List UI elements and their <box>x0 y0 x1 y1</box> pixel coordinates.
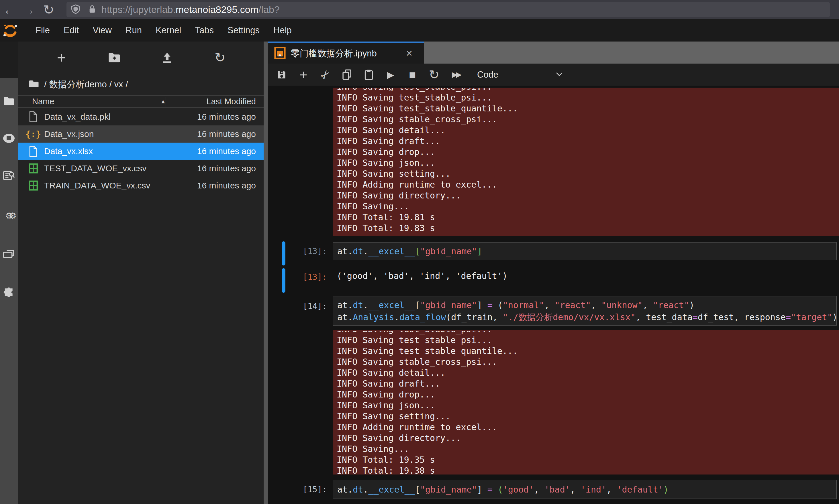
browser-forward-button[interactable]: → <box>21 2 37 18</box>
url-bar[interactable]: https://jupyterlab.metanoia8295.com/lab? <box>67 2 830 17</box>
tab-title: 零门槛数据分析.ipynb <box>291 48 377 59</box>
file-modified: 16 minutes ago <box>197 181 256 191</box>
code-line: at.dt.__excel__["gbid_name"] <box>337 246 832 256</box>
run-icon[interactable]: ▶ <box>380 66 401 83</box>
menu-items: File Edit View Run Kernel Tabs Settings … <box>29 25 299 36</box>
file-icon <box>28 111 38 123</box>
upload-icon[interactable] <box>157 48 177 68</box>
browser-toolbar: ← → ↻ https://jupyterlab.metanoia8295.co… <box>0 0 839 19</box>
running-kernels-icon[interactable] <box>0 130 18 147</box>
home-folder-icon[interactable] <box>29 80 39 89</box>
sort-ascending-icon[interactable]: ▲ <box>160 98 166 105</box>
column-last-modified[interactable]: Last Modified <box>207 97 256 106</box>
menu-kernel[interactable]: Kernel <box>149 25 188 36</box>
file-name: TRAIN_DATA_WOE_vx.csv <box>44 181 151 191</box>
file-row-json[interactable]: {:} Data_vx.json 16 minutes ago <box>18 125 264 143</box>
copy-icon[interactable] <box>336 66 358 83</box>
property-inspector-icon[interactable] <box>0 167 18 184</box>
input-prompt: [13]: <box>268 247 327 256</box>
file-row-pkl[interactable]: Data_vx_data.pkl 16 minutes ago <box>18 108 264 125</box>
file-name: Data_vx.xlsx <box>44 146 93 156</box>
clipped-log-line: INFO Saving test_stable_psi... <box>337 331 839 335</box>
menu-help[interactable]: Help <box>266 25 299 36</box>
chevron-down-icon[interactable] <box>556 72 563 78</box>
stderr-output-block: INFO Saving test_stable_psi... INFO Savi… <box>333 330 839 474</box>
code-cell-13-input[interactable]: at.dt.__excel__["gbid_name"] <box>333 242 837 260</box>
notebook-panel: 零门槛数据分析.ipynb × + ✂ ▶ ■ ↻ ▶▶ Code <box>268 41 839 504</box>
open-tabs-icon[interactable] <box>0 246 18 263</box>
add-cell-icon[interactable]: + <box>293 66 314 83</box>
url-text: https://jupyterlab.metanoia8295.com/lab? <box>102 4 280 15</box>
breadcrumb[interactable]: / 数据分析demo / vx / <box>18 74 264 95</box>
save-icon[interactable] <box>271 66 293 83</box>
activity-bar: ⚙⚙ <box>0 41 18 504</box>
menu-file[interactable]: File <box>29 25 57 36</box>
clipped-log-line: INFO Saving test_stable_psi... <box>337 88 839 92</box>
menu-settings[interactable]: Settings <box>221 25 266 36</box>
tab-bar: 零门槛数据分析.ipynb × <box>268 41 839 64</box>
log-lines: INFO Saving test_stable_psi...INFO Savin… <box>337 92 839 234</box>
cell-type-dropdown[interactable]: Code <box>477 70 498 80</box>
input-prompt: [14]: <box>268 302 327 311</box>
url-divider <box>84 5 84 14</box>
menu-tabs[interactable]: Tabs <box>188 25 221 36</box>
settings-gears-icon[interactable]: ⚙⚙ <box>0 207 18 224</box>
file-name: TEST_DATA_WOE_vx.csv <box>44 163 146 173</box>
output-prompt: [13]: <box>268 272 327 282</box>
code-cell-15-input[interactable]: at.dt.__excel__["gbid_name"] = ('good', … <box>333 480 837 499</box>
new-launcher-button[interactable]: + <box>51 48 71 68</box>
json-icon: {:} <box>28 128 38 140</box>
breadcrumb-path[interactable]: / 数据分析demo / vx / <box>44 78 128 90</box>
menu-view[interactable]: View <box>86 25 119 36</box>
code-line: at.dt.__excel__["gbid_name"] = ('good', … <box>337 485 832 495</box>
new-folder-icon[interactable] <box>104 48 124 68</box>
restart-run-all-icon[interactable]: ▶▶ <box>445 66 467 83</box>
file-browser-panel: + ↻ / 数据分析demo / vx / Name ▲ Last Modifi… <box>18 41 264 504</box>
file-modified: 16 minutes ago <box>197 163 256 173</box>
file-modified: 16 minutes ago <box>197 112 256 122</box>
spreadsheet-icon <box>28 162 38 174</box>
file-modified: 16 minutes ago <box>197 146 256 156</box>
browser-reload-button[interactable]: ↻ <box>41 2 57 18</box>
file-browser-icon[interactable] <box>0 92 18 110</box>
shield-icon[interactable] <box>70 3 81 16</box>
file-row-train-csv[interactable]: TRAIN_DATA_WOE_vx.csv 16 minutes ago <box>18 177 264 194</box>
file-list: Data_vx_data.pkl 16 minutes ago {:} Data… <box>18 108 264 194</box>
file-list-header: Name ▲ Last Modified <box>18 95 264 108</box>
cut-icon[interactable]: ✂ <box>314 66 336 83</box>
stop-icon[interactable]: ■ <box>401 66 423 83</box>
input-prompt: [15]: <box>268 485 327 494</box>
file-name: Data_vx.json <box>44 129 94 139</box>
file-modified: 16 minutes ago <box>197 129 256 139</box>
log-lines: INFO Saving test_stable_psi...INFO Savin… <box>337 335 839 474</box>
file-name: Data_vx_data.pkl <box>44 112 110 122</box>
file-icon-white <box>28 145 38 157</box>
jupyterlab-screen: ← → ↻ https://jupyterlab.metanoia8295.co… <box>0 0 839 504</box>
lock-icon <box>88 4 97 16</box>
menu-edit[interactable]: Edit <box>57 25 86 36</box>
extensions-icon[interactable] <box>0 284 18 302</box>
active-tab-highlight <box>0 41 18 78</box>
paste-icon[interactable] <box>358 66 380 83</box>
code-line: at.dt.__excel__["gbid_name"] = ("normal"… <box>337 299 832 311</box>
panel-divider[interactable] <box>264 41 268 504</box>
file-row-test-csv[interactable]: TEST_DATA_WOE_vx.csv 16 minutes ago <box>18 160 264 177</box>
notebook-toolbar: + ✂ ▶ ■ ↻ ▶▶ Code <box>268 64 839 86</box>
notebook-icon <box>274 47 286 60</box>
jupyter-menubar: File Edit View Run Kernel Tabs Settings … <box>0 19 839 41</box>
code-line: at.Analysis.data_flow(df_train, "./数据分析d… <box>337 311 832 323</box>
file-row-xlsx[interactable]: Data_vx.xlsx 16 minutes ago <box>18 143 264 160</box>
menu-run[interactable]: Run <box>119 25 149 36</box>
browser-back-button[interactable]: ← <box>2 2 18 18</box>
refresh-icon[interactable]: ↻ <box>210 48 230 68</box>
restart-kernel-icon[interactable]: ↻ <box>423 66 445 83</box>
spreadsheet-icon <box>28 180 38 192</box>
file-browser-toolbar: + ↻ <box>18 41 264 74</box>
jupyterlab-logo-icon <box>2 23 18 38</box>
notebook-tab[interactable]: 零门槛数据分析.ipynb × <box>268 41 424 64</box>
stderr-output-block: INFO Saving test_stable_psi... INFO Savi… <box>333 88 839 236</box>
code-cell-14-input[interactable]: at.dt.__excel__["gbid_name"] = ("normal"… <box>333 296 837 326</box>
close-icon[interactable]: × <box>406 47 412 59</box>
cell-13-output-text: ('good', 'bad', 'ind', 'default') <box>337 271 507 282</box>
column-name[interactable]: Name <box>32 97 54 106</box>
